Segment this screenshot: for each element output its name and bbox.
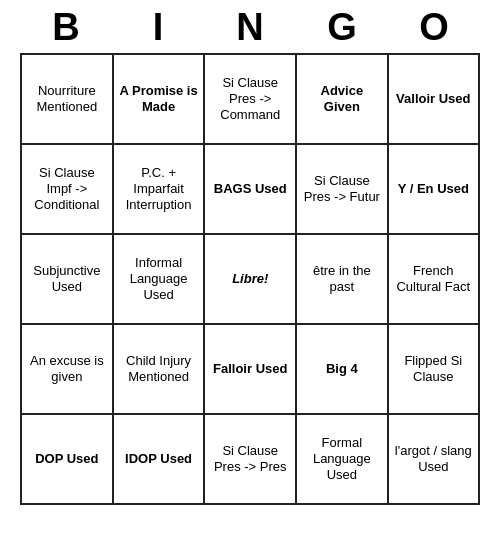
cell-r4-c0: DOP Used: [21, 414, 113, 504]
bingo-title: B I N G O: [20, 0, 480, 53]
cell-r1-c3: Si Clause Pres -> Futur: [296, 144, 388, 234]
cell-r2-c1: Informal Language Used: [113, 234, 205, 324]
letter-n: N: [210, 6, 290, 49]
cell-r2-c2: Libre!: [204, 234, 296, 324]
letter-g: G: [302, 6, 382, 49]
letter-b: B: [26, 6, 106, 49]
cell-r3-c3: Big 4: [296, 324, 388, 414]
letter-o: O: [394, 6, 474, 49]
cell-r2-c4: French Cultural Fact: [388, 234, 479, 324]
cell-r2-c0: Subjunctive Used: [21, 234, 113, 324]
cell-r3-c1: Child Injury Mentioned: [113, 324, 205, 414]
cell-r4-c1: IDOP Used: [113, 414, 205, 504]
cell-r4-c2: Si Clause Pres -> Pres: [204, 414, 296, 504]
cell-r1-c0: Si Clause Impf -> Conditional: [21, 144, 113, 234]
cell-r0-c1: A Promise is Made: [113, 54, 205, 144]
cell-r1-c4: Y / En Used: [388, 144, 479, 234]
cell-r3-c0: An excuse is given: [21, 324, 113, 414]
cell-r4-c4: l'argot / slang Used: [388, 414, 479, 504]
bingo-grid: Nourriture MentionedA Promise is MadeSi …: [20, 53, 480, 505]
cell-r4-c3: Formal Language Used: [296, 414, 388, 504]
cell-r1-c2: BAGS Used: [204, 144, 296, 234]
cell-r0-c4: Valloir Used: [388, 54, 479, 144]
letter-i: I: [118, 6, 198, 49]
cell-r2-c3: être in the past: [296, 234, 388, 324]
cell-r0-c0: Nourriture Mentioned: [21, 54, 113, 144]
cell-r1-c1: P.C. + Imparfait Interruption: [113, 144, 205, 234]
cell-r3-c4: Flipped Si Clause: [388, 324, 479, 414]
cell-r0-c3: Advice Given: [296, 54, 388, 144]
cell-r0-c2: Si Clause Pres -> Command: [204, 54, 296, 144]
cell-r3-c2: Falloir Used: [204, 324, 296, 414]
